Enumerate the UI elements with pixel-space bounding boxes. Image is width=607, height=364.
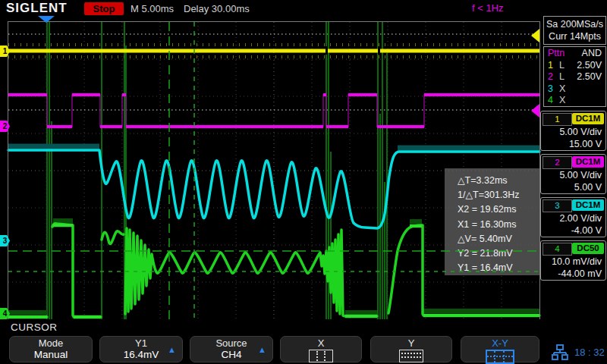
x-cursors-icon <box>309 350 333 362</box>
ch4-coupling-badge: DC50 <box>572 243 604 254</box>
pattern-trigger-title: Pttn <box>548 48 565 60</box>
ch4-offset: -44.00 mV <box>541 268 605 280</box>
ch3-offset: -4.00 V <box>541 224 605 237</box>
cursor-readout-box: △T=3.32ms 1/△T=301.3Hz X2 = 19.62ms X1 =… <box>445 168 539 275</box>
ch1-number: 1 <box>543 113 572 126</box>
y-cursors-icon <box>399 350 423 362</box>
ch2-info-box[interactable]: 2 DC1M 5.00 V/div 5.00 V <box>540 154 606 194</box>
ch2-offset: 5.00 V <box>541 181 605 193</box>
ch2-coupling-badge: DC1M <box>572 156 604 168</box>
delay-readout: Delay 30.00ms <box>184 3 250 14</box>
clock: 18 : 32 <box>574 347 605 358</box>
timebase-readout: M 5.00ms <box>131 3 174 14</box>
cursor-x2: X2 = 19.62ms <box>458 202 539 217</box>
ch2-trace <box>8 95 539 127</box>
ch3-number: 3 <box>543 199 572 212</box>
ch3-coupling-badge: DC1M <box>572 199 604 211</box>
ch1-glitch-notch <box>378 46 380 55</box>
xy-cursors-icon <box>486 350 514 364</box>
acquisition-status-badge[interactable]: Stop <box>84 2 124 15</box>
xy-cursors-button[interactable]: X-Y <box>461 336 539 362</box>
ch2-trace-edges <box>8 95 539 127</box>
y-cursors-button[interactable]: Y <box>370 336 452 362</box>
ch1-glitch-notch <box>326 46 328 55</box>
ch4-number: 4 <box>543 243 572 256</box>
y1-value-button[interactable]: Y1 16.4mV ▲ <box>99 336 183 362</box>
sample-rate: Sa 200MSa/s <box>544 18 605 30</box>
mode-button[interactable]: Mode Manual <box>9 336 93 362</box>
adjust-arrow-icon: ▲ <box>258 345 266 354</box>
lan-network-icon <box>552 344 568 362</box>
ch2-number: 2 <box>543 156 572 169</box>
ch1-coupling-badge: DC1M <box>572 113 604 124</box>
pattern-row-ch1: 1 L 2.50V <box>548 60 602 72</box>
ch3-info-box[interactable]: 3 DC1M 2.00 V/div -4.00 V <box>540 197 606 237</box>
cursor-inv-delta-t: 1/△T=301.3Hz <box>458 188 539 202</box>
pattern-row-ch2: 2 L 2.50V <box>548 71 602 83</box>
x-cursors-button[interactable]: X <box>280 336 362 362</box>
cursor-delta-v: △V= 5.40mV <box>458 232 539 246</box>
pattern-trigger-logic: AND <box>582 48 602 60</box>
brand-logo: SIGLENT <box>6 1 68 16</box>
adjust-arrow-icon: ▲ <box>168 345 176 354</box>
cursor-x1: X1 = 16.30ms <box>458 218 539 232</box>
cursor-delta-t: △T=3.32ms <box>458 174 539 188</box>
ch3-scale: 2.00 V/div <box>541 212 605 224</box>
ch1-offset: 15.00 V <box>541 138 605 150</box>
cursor-y1: Y1 = 16.4mV <box>458 261 539 275</box>
memory-depth: Curr 14Mpts <box>544 30 605 42</box>
menu-title: CURSOR <box>11 322 58 333</box>
ch4-scale: 10.0 mV/div <box>541 256 605 268</box>
ch4-info-box[interactable]: 4 DC50 10.0 mV/div -44.00 mV <box>540 240 606 281</box>
status-bar: SIGLENT Stop M 5.00ms Delay 30.00ms f < … <box>0 0 607 16</box>
trigger-frequency-readout: f < 1Hz <box>472 2 504 14</box>
pattern-row-ch4: 4 X <box>548 95 602 107</box>
cursor-y2: Y2 = 21.8mV <box>458 246 539 261</box>
acquisition-info-box: Sa 200MSa/s Curr 14Mpts <box>543 16 606 45</box>
ch2-scale: 5.00 V/div <box>541 169 605 181</box>
pattern-row-ch3: 3 X <box>548 83 602 96</box>
pattern-trigger-box: Pttn AND 1 L 2.50V 2 L 2.50V 3 X 4 X <box>543 46 606 107</box>
ch1-scale: 5.00 V/div <box>541 126 605 138</box>
ch1-info-box[interactable]: 1 DC1M 5.00 V/div 15.00 V <box>540 111 606 151</box>
source-button[interactable]: Source CH4 ▲ <box>190 336 273 362</box>
